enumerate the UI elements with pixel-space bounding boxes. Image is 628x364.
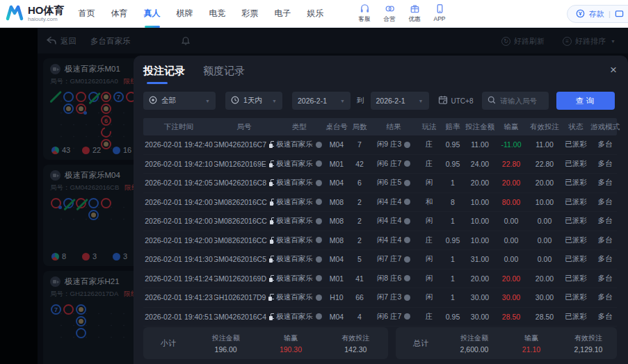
deposit-button[interactable]: 存款 | [567,5,628,23]
cell-odds: 0.95 [441,140,465,149]
target-icon [149,96,157,106]
cell-id: GM08262016CC [214,236,274,245]
nav-item-live[interactable]: 真人 [144,8,161,19]
result-detail-icon[interactable] [404,160,410,167]
cell-time: 2026-02-01 19:42:05 [143,179,214,187]
result-detail-icon[interactable] [404,142,410,148]
cell-play: 闲 [417,216,441,226]
copy-icon[interactable] [268,294,274,301]
cell-amount: 31.00 [465,255,495,263]
cell-odds: 0.95 [441,160,465,168]
quick-link-promo[interactable]: 优惠 [409,3,421,24]
column-header: 状态 [562,122,590,132]
nav-item-home[interactable]: 首页 [79,8,95,19]
tab-bet-records[interactable]: 投注记录 [143,65,185,84]
cell-mode: 多台 [590,197,620,207]
copy-icon[interactable] [270,237,274,244]
quick-link-partner[interactable]: 合营 [384,3,396,24]
brand-logo[interactable]: HO体育 haiouty.com [0,4,70,24]
range-select[interactable]: 1天内 ▼ [225,92,282,110]
date-to-select[interactable]: 2026-2-1 ▼ [371,92,429,110]
info-dot-icon [316,160,322,167]
table-row: 2026-02-01 19:42:40GM04262016C7极速百家乐M047… [143,135,617,155]
cell-win: 0.00 [495,217,527,225]
cell-result: 闲7 庄3 [370,292,417,302]
table-row: 2026-02-01 19:42:05GM04262016C8极速百家乐M046… [143,174,617,193]
nav-item-slots[interactable]: 电子 [275,8,291,19]
cell-status: 已派彩 [562,235,590,245]
date-from-select[interactable]: 2026-2-1 ▼ [292,92,351,110]
cell-table: M01 [324,274,349,283]
cell-round: 66 [349,293,370,301]
date-from-value: 2026-2-1 [298,97,327,105]
type-select[interactable]: 全部 ▼ [143,92,216,110]
nav-item-lottery[interactable]: 彩票 [242,8,259,19]
cell-status: 已派彩 [562,178,590,188]
divider: | [609,10,611,18]
copy-icon[interactable] [269,141,274,148]
cell-odds: 1 [441,255,465,263]
table-row: 2026-02-01 19:42:10GM012620169E极速百家乐M014… [143,155,617,174]
result-detail-icon[interactable] [404,199,410,205]
result-detail-icon[interactable] [404,180,410,186]
cell-mode: 多台 [590,254,620,264]
cell-type: 极速百家乐 [274,254,324,264]
result-detail-icon[interactable] [404,256,410,263]
quick-link-app[interactable]: APP [434,3,446,24]
round-search-input[interactable] [500,97,546,105]
cell-play: 庄 [417,159,441,169]
copy-icon[interactable] [269,275,274,282]
cell-mode: 多台 [590,216,620,226]
quick-link-service[interactable]: 客服 [359,3,371,24]
result-detail-icon[interactable] [404,295,410,301]
nav-item-sports[interactable]: 体育 [111,8,128,19]
column-header: 类型 [274,122,324,132]
result-detail-icon[interactable] [404,237,410,243]
copy-icon[interactable] [270,199,274,206]
cell-valid: 11.00 [527,140,562,149]
result-detail-icon[interactable] [404,218,410,224]
cell-play: 庄 [417,312,441,322]
cell-table: M01 [324,160,349,168]
cell-table: M08 [324,217,349,225]
cell-time: 2026-02-01 19:41:24 [143,274,214,283]
chevron-down-icon: ▼ [340,99,345,104]
cell-time: 2026-02-01 19:41:30 [143,255,214,263]
copy-icon[interactable] [269,313,274,320]
cell-time: 2026-02-01 19:42:00 [143,236,214,245]
column-header: 桌台号 [324,122,349,132]
cell-time: 2026-02-01 19:42:10 [143,160,214,168]
copy-icon[interactable] [269,160,274,167]
table-row: 2026-02-01 19:42:00GM08262016CC极速百家乐M082… [143,212,617,231]
timezone-toggle[interactable]: UTC+8 [438,95,474,106]
cell-id: GM04262016C5 [214,255,274,263]
table-row: 2026-02-01 19:40:51GM04262016C4极速百家乐M044… [143,308,617,327]
cell-mode: 多台 [590,178,620,188]
close-icon[interactable]: × [610,64,617,76]
brand-logo-icon [6,4,24,24]
chevron-down-icon: ▼ [205,99,210,104]
nav-item-cards[interactable]: 棋牌 [177,8,193,19]
copy-icon[interactable] [269,179,274,186]
result-detail-icon[interactable] [404,313,410,320]
cell-round: 41 [349,274,370,283]
subtotal-box: 小计 投注金额196.00 输赢190.30 有效投注142.30 [143,327,388,359]
copy-icon[interactable] [270,217,274,224]
nav-item-esports[interactable]: 电竞 [209,8,226,19]
cell-play: 和 [417,197,441,207]
cell-odds: 0.95 [441,236,465,245]
query-button[interactable]: 查询 [556,92,615,110]
column-header: 游戏模式 [590,122,620,132]
clock-icon [231,96,239,106]
cell-type: 极速百家乐 [274,159,324,169]
column-header: 有效投注 [527,122,562,132]
tab-quota-records[interactable]: 额度记录 [203,65,245,84]
info-dot-icon [316,295,322,301]
round-search-box[interactable] [482,92,549,110]
column-header: 局数 [349,122,370,132]
nav-item-entertainment[interactable]: 娱乐 [307,8,324,19]
result-detail-icon[interactable] [404,275,410,281]
cell-time: 2026-02-01 19:41:23 [143,293,214,301]
copy-icon[interactable] [269,256,274,263]
cell-win: -11.00 [495,140,527,149]
